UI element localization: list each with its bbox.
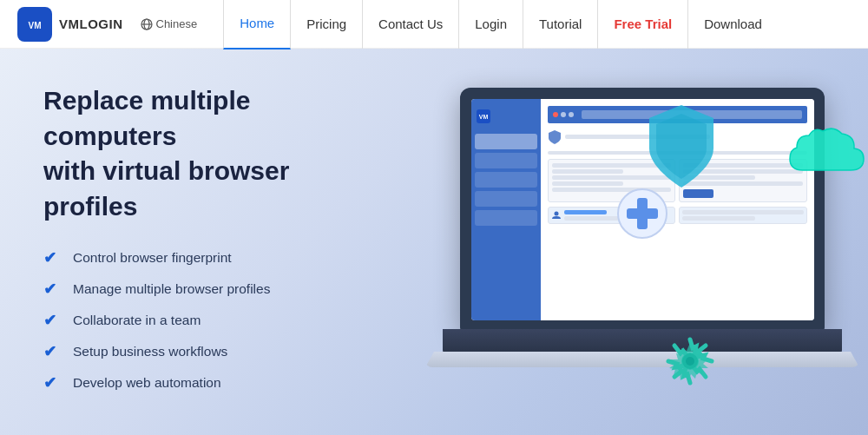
- checkmark-icon-3: ✔: [43, 311, 61, 330]
- screen-row-2: [548, 207, 807, 224]
- nav-item-login[interactable]: Login: [459, 0, 523, 49]
- logo[interactable]: VM VMLOGIN: [17, 7, 123, 42]
- nav-item-download[interactable]: Download: [688, 0, 778, 49]
- feature-item-3: ✔ Collaborate in a team: [43, 311, 373, 330]
- medical-cross-icon: [616, 188, 668, 240]
- screen-sidebar: VM: [471, 99, 541, 320]
- nav-item-free-trial[interactable]: Free Trial: [598, 0, 688, 49]
- header: VM VMLOGIN Chinese Home Pricing Contact …: [0, 0, 868, 49]
- gear-float-icon: [660, 331, 720, 392]
- feature-item-1: ✔ Control browser fingerprint: [43, 248, 373, 267]
- svg-text:VM: VM: [478, 114, 488, 120]
- screen-logo-icon: VM: [477, 109, 490, 123]
- screen-line-blue: [564, 210, 608, 214]
- screen-sidebar-item: [475, 210, 537, 226]
- language-selector[interactable]: Chinese: [141, 17, 198, 30]
- nav-item-home[interactable]: Home: [223, 0, 291, 49]
- hero-title: Replace multiple computerswith virtual b…: [43, 83, 373, 224]
- screen-sidebar-item: [475, 153, 537, 168]
- globe-icon: [141, 18, 153, 30]
- screen-sidebar-item: [475, 172, 537, 188]
- nav-item-tutorial[interactable]: Tutorial: [523, 0, 598, 49]
- svg-point-7: [554, 211, 558, 215]
- svg-point-13: [686, 357, 694, 366]
- feature-item-4: ✔ Setup business workflows: [43, 342, 373, 361]
- laptop-base: [425, 352, 859, 367]
- shield-icon: [642, 101, 720, 192]
- checkmark-icon-5: ✔: [43, 373, 61, 392]
- lang-label: Chinese: [156, 17, 198, 30]
- screen-line: [552, 169, 624, 174]
- hero-visual: VM: [373, 49, 868, 435]
- gear-icon: [660, 331, 720, 392]
- feature-text-2: Manage multiple browser profiles: [73, 281, 270, 297]
- screen-line: [552, 181, 624, 186]
- hero-section: Replace multiple computerswith virtual b…: [0, 49, 868, 435]
- feature-text-5: Develop web automation: [73, 375, 221, 391]
- cloud-float-icon: [781, 118, 868, 179]
- checkmark-icon-4: ✔: [43, 342, 61, 361]
- hero-content: Replace multiple computerswith virtual b…: [0, 49, 417, 435]
- cloud-icon: [781, 118, 868, 179]
- screen-minimize-dot: [561, 112, 566, 117]
- nav-item-contact[interactable]: Contact Us: [363, 0, 459, 49]
- screen-line: [682, 210, 804, 214]
- svg-rect-10: [627, 208, 658, 219]
- screen-sidebar-item: [475, 134, 537, 149]
- main-nav: Home Pricing Contact Us Login Tutorial F…: [223, 0, 851, 49]
- screen-profile-icon: [551, 210, 562, 221]
- logo-icon: VM: [17, 7, 52, 42]
- nav-item-pricing[interactable]: Pricing: [291, 0, 363, 49]
- screen-line: [682, 216, 755, 221]
- svg-text:VM: VM: [29, 20, 42, 30]
- screen-close-dot: [553, 112, 558, 117]
- feature-item-2: ✔ Manage multiple browser profiles: [43, 280, 373, 299]
- checkmark-icon-2: ✔: [43, 280, 61, 299]
- plus-float-icon: [616, 188, 668, 240]
- feature-list: ✔ Control browser fingerprint ✔ Manage m…: [43, 248, 373, 392]
- logo-text: VMLOGIN: [59, 16, 123, 31]
- shield-float-icon: [642, 101, 720, 192]
- screen-maximize-dot: [569, 112, 574, 117]
- feature-item-5: ✔ Develop web automation: [43, 373, 373, 392]
- checkmark-icon-1: ✔: [43, 248, 61, 267]
- screen-shield-icon: [548, 129, 562, 145]
- feature-text-1: Control browser fingerprint: [73, 250, 232, 266]
- laptop-keyboard: [443, 329, 842, 353]
- feature-text-3: Collaborate in a team: [73, 313, 201, 328]
- screen-sidebar-item: [475, 191, 537, 207]
- feature-text-4: Setup business workflows: [73, 344, 227, 359]
